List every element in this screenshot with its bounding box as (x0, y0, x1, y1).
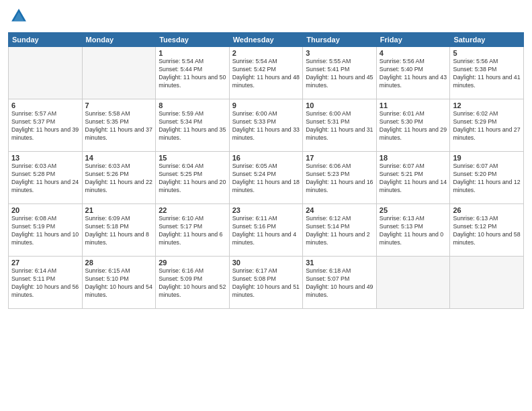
day-info: Sunrise: 6:00 AMSunset: 5:33 PMDaylight:… (232, 110, 300, 142)
calendar-cell: 13Sunrise: 6:03 AMSunset: 5:28 PMDayligh… (9, 152, 83, 204)
calendar-cell: 26Sunrise: 6:13 AMSunset: 5:12 PMDayligh… (450, 204, 524, 257)
calendar-cell: 18Sunrise: 6:07 AMSunset: 5:21 PMDayligh… (376, 152, 450, 204)
weekday-thursday: Thursday (303, 33, 377, 47)
calendar-cell (376, 257, 450, 309)
calendar-cell: 5Sunrise: 5:56 AMSunset: 5:38 PMDaylight… (450, 47, 524, 99)
week-row-5: 27Sunrise: 6:14 AMSunset: 5:11 PMDayligh… (9, 257, 524, 309)
calendar-cell: 10Sunrise: 6:00 AMSunset: 5:31 PMDayligh… (303, 99, 377, 152)
day-number: 15 (159, 154, 226, 162)
calendar-cell: 23Sunrise: 6:11 AMSunset: 5:16 PMDayligh… (229, 204, 303, 257)
week-row-1: 1Sunrise: 5:54 AMSunset: 5:44 PMDaylight… (9, 47, 524, 99)
logo-icon (9, 7, 28, 26)
day-info: Sunrise: 6:16 AMSunset: 5:09 PMDaylight:… (159, 267, 226, 300)
day-number: 2 (232, 49, 300, 57)
day-number: 5 (453, 49, 521, 57)
calendar-cell: 1Sunrise: 5:54 AMSunset: 5:44 PMDaylight… (156, 47, 230, 99)
day-info: Sunrise: 6:07 AMSunset: 5:20 PMDaylight:… (453, 163, 521, 195)
day-number: 30 (232, 259, 300, 267)
calendar-cell (450, 257, 524, 309)
day-number: 25 (380, 206, 447, 214)
day-number: 29 (159, 259, 226, 267)
day-info: Sunrise: 6:03 AMSunset: 5:26 PMDaylight:… (85, 163, 153, 195)
calendar-cell: 21Sunrise: 6:09 AMSunset: 5:18 PMDayligh… (82, 204, 156, 257)
day-info: Sunrise: 5:55 AMSunset: 5:41 PMDaylight:… (306, 58, 373, 90)
header (8, 7, 524, 28)
day-info: Sunrise: 5:58 AMSunset: 5:35 PMDaylight:… (85, 110, 153, 142)
day-number: 6 (11, 101, 79, 109)
weekday-header-row: SundayMondayTuesdayWednesdayThursdayFrid… (9, 33, 524, 47)
calendar-cell: 19Sunrise: 6:07 AMSunset: 5:20 PMDayligh… (450, 152, 524, 204)
calendar-cell: 24Sunrise: 6:12 AMSunset: 5:14 PMDayligh… (303, 204, 377, 257)
day-info: Sunrise: 6:13 AMSunset: 5:13 PMDaylight:… (380, 215, 447, 247)
day-number: 22 (159, 206, 226, 214)
day-info: Sunrise: 5:56 AMSunset: 5:40 PMDaylight:… (380, 58, 447, 90)
day-info: Sunrise: 6:09 AMSunset: 5:18 PMDaylight:… (85, 215, 153, 247)
calendar-cell (9, 47, 83, 99)
week-row-4: 20Sunrise: 6:08 AMSunset: 5:19 PMDayligh… (9, 204, 524, 257)
day-number: 1 (159, 49, 226, 57)
day-info: Sunrise: 6:11 AMSunset: 5:16 PMDaylight:… (232, 215, 300, 247)
calendar-cell: 8Sunrise: 5:59 AMSunset: 5:34 PMDaylight… (156, 99, 230, 152)
day-number: 20 (11, 206, 79, 214)
day-number: 10 (306, 101, 373, 109)
day-number: 27 (11, 259, 79, 267)
calendar-cell: 31Sunrise: 6:18 AMSunset: 5:07 PMDayligh… (303, 257, 377, 309)
day-info: Sunrise: 6:06 AMSunset: 5:23 PMDaylight:… (306, 163, 373, 195)
day-number: 18 (380, 154, 447, 162)
day-number: 24 (306, 206, 373, 214)
week-row-3: 13Sunrise: 6:03 AMSunset: 5:28 PMDayligh… (9, 152, 524, 204)
day-info: Sunrise: 6:14 AMSunset: 5:11 PMDaylight:… (11, 267, 79, 300)
calendar-cell: 28Sunrise: 6:15 AMSunset: 5:10 PMDayligh… (82, 257, 156, 309)
week-row-2: 6Sunrise: 5:57 AMSunset: 5:37 PMDaylight… (9, 99, 524, 152)
day-number: 7 (85, 101, 153, 109)
calendar-cell: 15Sunrise: 6:04 AMSunset: 5:25 PMDayligh… (156, 152, 230, 204)
calendar-cell: 4Sunrise: 5:56 AMSunset: 5:40 PMDaylight… (376, 47, 450, 99)
weekday-tuesday: Tuesday (156, 33, 230, 47)
day-number: 17 (306, 154, 373, 162)
day-info: Sunrise: 6:12 AMSunset: 5:14 PMDaylight:… (306, 215, 373, 247)
calendar-container: SundayMondayTuesdayWednesdayThursdayFrid… (0, 0, 532, 314)
weekday-sunday: Sunday (9, 33, 83, 47)
day-number: 26 (453, 206, 521, 214)
day-info: Sunrise: 6:04 AMSunset: 5:25 PMDaylight:… (159, 163, 226, 195)
calendar-cell: 22Sunrise: 6:10 AMSunset: 5:17 PMDayligh… (156, 204, 230, 257)
day-number: 21 (85, 206, 153, 214)
day-number: 14 (85, 154, 153, 162)
calendar-cell: 3Sunrise: 5:55 AMSunset: 5:41 PMDaylight… (303, 47, 377, 99)
day-number: 28 (85, 259, 153, 267)
day-number: 31 (306, 259, 373, 267)
calendar-cell: 14Sunrise: 6:03 AMSunset: 5:26 PMDayligh… (82, 152, 156, 204)
calendar-cell: 2Sunrise: 5:54 AMSunset: 5:42 PMDaylight… (229, 47, 303, 99)
day-info: Sunrise: 5:56 AMSunset: 5:38 PMDaylight:… (453, 58, 521, 90)
day-number: 9 (232, 101, 300, 109)
day-number: 13 (11, 154, 79, 162)
calendar-cell: 27Sunrise: 6:14 AMSunset: 5:11 PMDayligh… (9, 257, 83, 309)
calendar-cell: 9Sunrise: 6:00 AMSunset: 5:33 PMDaylight… (229, 99, 303, 152)
weekday-friday: Friday (376, 33, 450, 47)
day-info: Sunrise: 6:08 AMSunset: 5:19 PMDaylight:… (11, 215, 79, 247)
day-info: Sunrise: 6:05 AMSunset: 5:24 PMDaylight:… (232, 163, 300, 195)
logo (8, 7, 28, 28)
weekday-monday: Monday (82, 33, 156, 47)
day-info: Sunrise: 5:54 AMSunset: 5:44 PMDaylight:… (159, 58, 226, 90)
calendar-table: SundayMondayTuesdayWednesdayThursdayFrid… (8, 32, 524, 309)
calendar-cell: 6Sunrise: 5:57 AMSunset: 5:37 PMDaylight… (9, 99, 83, 152)
day-number: 8 (159, 101, 226, 109)
day-info: Sunrise: 6:18 AMSunset: 5:07 PMDaylight:… (306, 267, 373, 300)
weekday-saturday: Saturday (450, 33, 524, 47)
calendar-cell: 30Sunrise: 6:17 AMSunset: 5:08 PMDayligh… (229, 257, 303, 309)
day-number: 16 (232, 154, 300, 162)
day-info: Sunrise: 5:54 AMSunset: 5:42 PMDaylight:… (232, 58, 300, 90)
day-info: Sunrise: 6:13 AMSunset: 5:12 PMDaylight:… (453, 215, 521, 247)
day-info: Sunrise: 6:00 AMSunset: 5:31 PMDaylight:… (306, 110, 373, 142)
calendar-cell: 16Sunrise: 6:05 AMSunset: 5:24 PMDayligh… (229, 152, 303, 204)
calendar-cell: 11Sunrise: 6:01 AMSunset: 5:30 PMDayligh… (376, 99, 450, 152)
day-number: 11 (380, 101, 447, 109)
calendar-cell: 17Sunrise: 6:06 AMSunset: 5:23 PMDayligh… (303, 152, 377, 204)
calendar-cell (82, 47, 156, 99)
calendar-cell: 20Sunrise: 6:08 AMSunset: 5:19 PMDayligh… (9, 204, 83, 257)
day-number: 4 (380, 49, 447, 57)
day-info: Sunrise: 6:15 AMSunset: 5:10 PMDaylight:… (85, 267, 153, 300)
day-info: Sunrise: 6:17 AMSunset: 5:08 PMDaylight:… (232, 267, 300, 300)
calendar-cell: 25Sunrise: 6:13 AMSunset: 5:13 PMDayligh… (376, 204, 450, 257)
